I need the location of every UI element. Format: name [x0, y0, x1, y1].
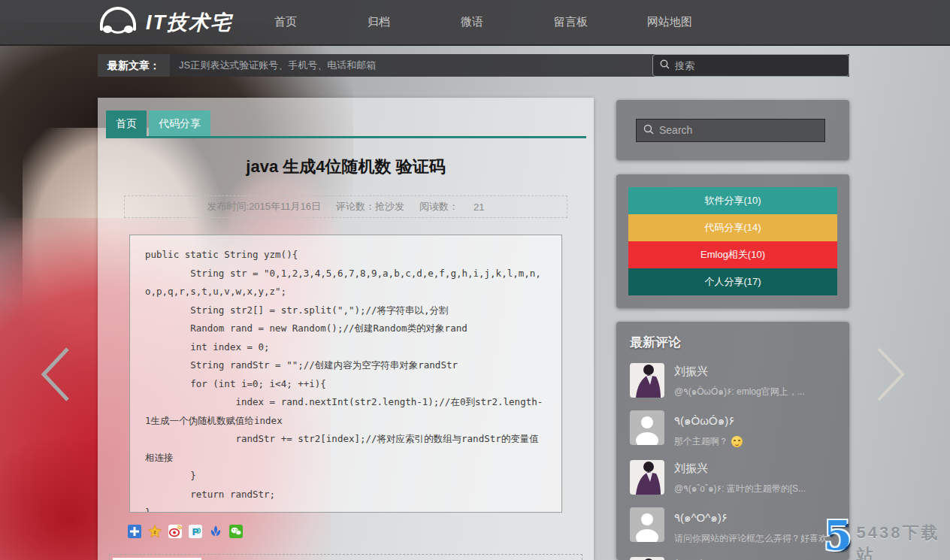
avatar[interactable]	[630, 557, 664, 560]
site-logo-text: IT技术宅	[146, 9, 232, 36]
comment-text: 那个主题啊？	[674, 435, 743, 448]
code-line: String str2[] = str.split(",");//将字符串以,分…	[145, 301, 546, 320]
robot-face-logo-icon	[98, 6, 138, 39]
comment-author[interactable]: ٩(๑^O^๑)۶	[674, 509, 827, 527]
latest-articles-bar: 最新文章： JS正则表达式验证账号、手机号、电话和邮箱	[98, 54, 849, 77]
tab-underline	[106, 136, 586, 138]
publish-date: 发布时间:2015年11月16日	[207, 200, 322, 213]
code-line: int index = 0;	[145, 338, 546, 357]
comment-author[interactable]: 刘振兴	[674, 365, 805, 379]
tab-home[interactable]: 首页	[106, 110, 147, 136]
nav-item-sitemap[interactable]: 网站地图	[647, 15, 740, 29]
code-line: randStr += str2[index];//将对应索引的数组与randSt…	[145, 430, 546, 467]
nav-item-weiyu[interactable]: 微语	[461, 15, 554, 29]
code-block: public static String yzm(){ String str =…	[129, 235, 562, 513]
avatar[interactable]	[630, 363, 664, 398]
view-count-value: 21	[473, 201, 484, 213]
code-line: Random rand = new Random();//创建Random类的对…	[145, 319, 546, 338]
comment-item: 刘振兴 @٩(๑ÒωÓ๑)۶: emlog官网上，...	[630, 363, 836, 398]
sidebar-search-input[interactable]	[659, 125, 818, 136]
sidebar-categories-widget: 软件分享(10) 代码分享(14) Emlog相关(10) 个人分享(17)	[616, 174, 849, 308]
comment-item: ٩(๑^O^๑)۶ 请问你网站的评论框怎么弄得？好喜欢	[630, 507, 836, 545]
article-meta-bar: 发布时间:2015年11月16日 评论数：抢沙发 阅读数： 21	[124, 195, 567, 218]
category-software-share[interactable]: 软件分享(10)	[628, 187, 837, 214]
comment-author[interactable]: 刘振兴	[674, 462, 806, 476]
category-code-share[interactable]: 代码分享(14)	[628, 214, 837, 241]
code-line: for (int i=0; i<4; ++i){	[145, 375, 546, 394]
avatar[interactable]	[630, 410, 664, 445]
main-nav: 首页 归档 微语 留言板 网站地图	[274, 15, 740, 29]
qq-bookmark-icon[interactable]	[209, 525, 222, 538]
code-line: return randStr;	[145, 486, 546, 504]
comment-item: 刘振兴	[630, 557, 836, 560]
top-search-input[interactable]	[675, 60, 842, 71]
nav-item-archive[interactable]: 归档	[368, 15, 461, 29]
code-line: String str = "0,1,2,3,4,5,6,7,8,9,a,b,c,…	[145, 265, 546, 301]
nav-item-guestbook[interactable]: 留言板	[554, 15, 647, 29]
watermark-site-name: 5438下载站	[857, 522, 950, 560]
comment-text: @٩(๑ˆoˆ๑)۶: 蓝叶的主题带的[S...	[674, 481, 806, 495]
site-watermark: 5 5438下载站 www.5438.com.cn	[824, 517, 950, 560]
svg-text:z: z	[153, 529, 156, 535]
site-logo[interactable]: IT技术宅	[98, 6, 232, 39]
article-tabs: 首页 代码分享	[106, 110, 594, 136]
comment-author[interactable]: ٩(๑ÒωÓ๑)۶	[674, 412, 743, 430]
sidebar-comments-widget: 最新评论 刘振兴 @٩(๑ÒωÓ๑)۶: emlog官网上，... ٩(๑ÒωÓ…	[616, 322, 849, 560]
qzone-icon[interactable]: z	[148, 525, 162, 538]
comment-item: ٩(๑ÒωÓ๑)۶ 那个主题啊？	[630, 410, 836, 448]
latest-articles-label: 最新文章：	[98, 54, 170, 77]
comment-item: 刘振兴 @٩(๑ˆoˆ๑)۶: 蓝叶的主题带的[S...	[630, 460, 836, 495]
avatar[interactable]	[630, 460, 664, 495]
category-personal-share[interactable]: 个人分享(17)	[628, 268, 837, 295]
top-search-box[interactable]	[652, 54, 849, 77]
category-emlog[interactable]: Emlog相关(10)	[628, 241, 837, 268]
sidebar-search-box[interactable]	[636, 119, 825, 142]
pengyou-icon[interactable]: P	[189, 525, 202, 538]
code-line: index = rand.nextInt(str2.length-1);//在0…	[145, 393, 546, 430]
latest-article-link[interactable]: JS正则表达式验证账号、手机号、电话和邮箱	[179, 59, 376, 72]
relieved-emoji-icon	[731, 436, 743, 447]
nav-item-home[interactable]: 首页	[274, 15, 368, 29]
weibo-icon[interactable]	[168, 525, 182, 538]
next-section-box	[109, 554, 582, 560]
wechat-icon[interactable]	[229, 525, 243, 538]
search-icon	[660, 59, 670, 72]
article-title: java 生成4位随机数 验证码	[98, 156, 594, 178]
view-count-label: 阅读数：	[419, 200, 458, 213]
search-icon	[643, 124, 654, 138]
share-buttons-row: z P	[128, 525, 594, 538]
top-navigation-bar: IT技术宅 首页 归档 微语 留言板 网站地图	[0, 0, 950, 46]
baidu-share-icon[interactable]	[128, 525, 141, 538]
comment-text: 请问你网站的评论框怎么弄得？好喜欢	[674, 532, 827, 545]
code-line: String randStr = "";//创建内容为空字符串对象randStr	[145, 356, 546, 375]
tab-code-share[interactable]: 代码分享	[149, 110, 210, 136]
carousel-prev-arrow[interactable]	[39, 346, 72, 406]
sidebar-search-widget	[616, 100, 849, 160]
latest-comments-title: 最新评论	[630, 334, 836, 351]
carousel-next-arrow[interactable]	[874, 346, 907, 406]
article-panel: 首页 代码分享 java 生成4位随机数 验证码 发布时间:2015年11月16…	[98, 98, 594, 560]
avatar[interactable]	[630, 507, 664, 542]
watermark-5-logo: 5	[824, 517, 852, 555]
code-line: }	[145, 467, 546, 486]
comment-count: 评论数：抢沙发	[336, 200, 404, 213]
comment-text: @٩(๑ÒωÓ๑)۶: emlog官网上，...	[674, 384, 805, 398]
code-line: public static String yzm(){	[145, 246, 546, 265]
code-line: }	[145, 504, 546, 513]
